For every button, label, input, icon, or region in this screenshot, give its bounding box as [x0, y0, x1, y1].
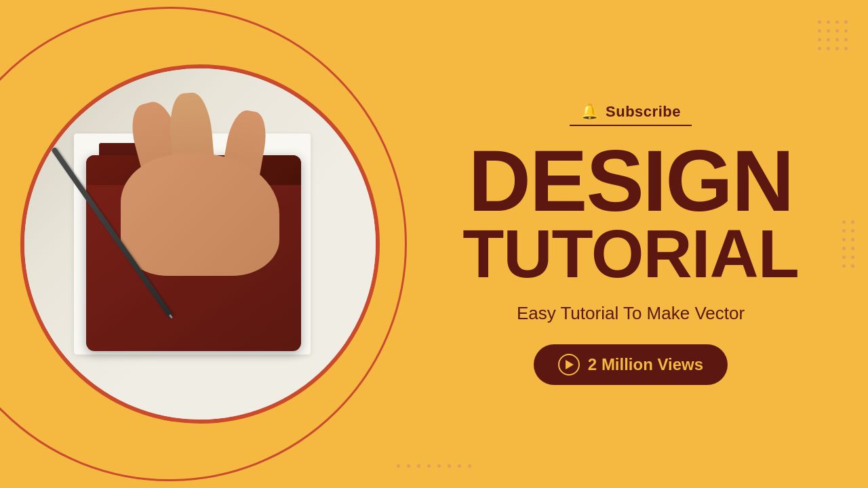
- dot: [468, 464, 471, 468]
- dot: [842, 256, 846, 259]
- dots-bottom-center: [397, 464, 471, 468]
- dot: [397, 464, 400, 468]
- dot: [835, 20, 839, 24]
- dot: [851, 264, 854, 268]
- palm: [121, 154, 279, 275]
- dot: [827, 29, 830, 33]
- dot: [842, 264, 846, 268]
- dot: [851, 247, 854, 250]
- title-design: DESIGN: [462, 140, 799, 222]
- dot: [842, 220, 846, 224]
- play-icon: [566, 360, 574, 369]
- dot: [851, 238, 854, 241]
- dots-bottom-row: [397, 464, 471, 468]
- subscribe-section: 🔔 Subscribe: [570, 103, 692, 126]
- bell-icon: 🔔: [580, 103, 599, 121]
- dots-mid-right: [842, 220, 854, 268]
- dot: [842, 247, 846, 250]
- dot: [844, 47, 848, 50]
- dot: [842, 229, 846, 232]
- subscribe-row: 🔔 Subscribe: [580, 103, 681, 121]
- dot: [844, 29, 848, 33]
- dots-top-right: [818, 20, 848, 50]
- dot: [851, 220, 854, 224]
- tablet-scene: [42, 86, 358, 402]
- dot: [851, 229, 854, 232]
- dot: [827, 47, 830, 50]
- subscribe-underline: [570, 125, 692, 126]
- dot-grid-mid: [842, 220, 854, 268]
- title-tutorial: TUTORIAL: [462, 222, 799, 286]
- dot: [818, 20, 821, 24]
- dot: [827, 38, 830, 41]
- views-badge: 2 Million Views: [534, 344, 728, 385]
- subscribe-text: Subscribe: [606, 103, 681, 121]
- dot: [407, 464, 410, 468]
- content-area: 🔔 Subscribe DESIGN TUTORIAL Easy Tutoria…: [393, 0, 868, 488]
- views-text: 2 Million Views: [588, 355, 703, 374]
- photo-circle: [20, 64, 380, 424]
- dot: [842, 238, 846, 241]
- dot: [448, 464, 451, 468]
- play-icon-circle: [558, 354, 580, 375]
- dot: [844, 20, 848, 24]
- dot: [835, 38, 839, 41]
- dot: [835, 29, 839, 33]
- dot: [437, 464, 441, 468]
- main-title: DESIGN TUTORIAL: [462, 140, 799, 287]
- photo-inner: [24, 68, 376, 420]
- dot: [835, 47, 839, 50]
- dot: [458, 464, 461, 468]
- dot: [818, 47, 821, 50]
- dot: [844, 38, 848, 41]
- dot: [818, 29, 821, 33]
- dot: [427, 464, 431, 468]
- subtitle: Easy Tutorial To Make Vector: [517, 303, 745, 324]
- dot: [818, 38, 821, 41]
- thumbnail-container: 🔔 Subscribe DESIGN TUTORIAL Easy Tutoria…: [0, 0, 868, 488]
- dot-grid-top: [818, 20, 848, 50]
- dot: [851, 256, 854, 259]
- dot: [827, 20, 830, 24]
- dot: [417, 464, 420, 468]
- hand: [121, 102, 279, 275]
